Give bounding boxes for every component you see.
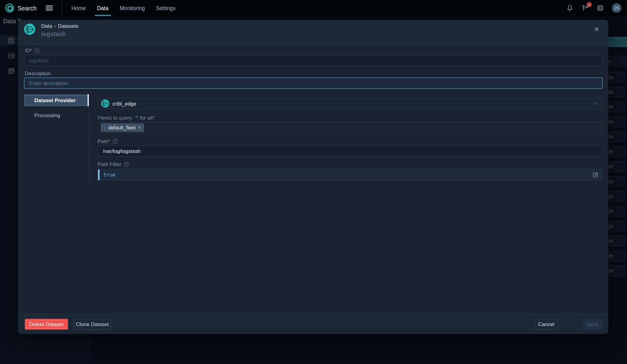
modal-title: logstash [41, 30, 66, 37]
modal-header: Data›Datasets logstash ✕ [18, 20, 608, 45]
nav-tab-monitoring[interactable]: Monitoring [114, 0, 150, 16]
fleets-label: Fleets to query. '*' for all* [98, 115, 155, 121]
description-input[interactable] [24, 77, 603, 89]
tab-processing[interactable]: Processing [24, 110, 89, 121]
path-label: Path*? [98, 138, 118, 144]
close-icon[interactable]: ✕ [594, 26, 599, 33]
nav-divider [62, 0, 62, 16]
nav-tab-home[interactable]: Home [66, 0, 92, 16]
provider-select-value: cribl_edge [112, 100, 136, 106]
fleet-tag: ⋮ default_fleet ✕ [101, 124, 144, 132]
clone-dataset-button[interactable]: Clone Dataset [73, 319, 111, 329]
modal-footer: Delete Dataset Clone Dataset Cancel Save [18, 314, 608, 334]
tab-dataset-provider[interactable]: Dataset Provider [24, 94, 89, 106]
hamburger-menu-icon[interactable] [45, 4, 53, 12]
help-icon[interactable]: ? [124, 162, 129, 167]
nav-tab-settings[interactable]: Settings [150, 0, 181, 16]
dataset-edit-modal: Data›Datasets logstash ✕ ID*? Descriptio… [18, 20, 608, 334]
description-label: Description [25, 70, 51, 76]
jobs-branch-icon[interactable]: 1 [581, 4, 589, 12]
notifications-bell-icon[interactable] [566, 4, 573, 12]
chevron-down-icon [592, 101, 598, 106]
nav-tab-data[interactable]: Data [92, 0, 114, 16]
breadcrumb-parent[interactable]: Data [41, 23, 52, 29]
path-filter-value: true [103, 172, 115, 178]
nav-right-cluster: 1 JS [566, 3, 627, 13]
path-filter-label: Path Filter? [98, 162, 129, 168]
id-input [24, 55, 602, 66]
breadcrumb-current[interactable]: Datasets [58, 23, 78, 29]
fleet-tag-label: default_fleet [108, 125, 136, 130]
expand-editor-icon[interactable] [592, 172, 599, 178]
path-filter-editor[interactable]: true [98, 169, 602, 180]
provider-select[interactable]: cribl_edge [98, 98, 602, 109]
brand-name: Search [17, 5, 36, 11]
save-button: Save [582, 319, 603, 329]
tab-content-divider [89, 94, 89, 183]
editor-gutter-bar [98, 169, 99, 180]
help-icon[interactable]: ? [34, 48, 39, 53]
path-input[interactable] [98, 145, 602, 157]
dataset-provider-icon [24, 24, 35, 35]
help-lifering-icon[interactable] [597, 4, 604, 12]
top-nav: Search Home Data Monitoring Settings 1 [0, 0, 627, 16]
remove-tag-icon[interactable]: ✕ [137, 125, 141, 130]
fleets-input[interactable]: ⋮ default_fleet ✕ [98, 122, 602, 133]
nav-tabs: Home Data Monitoring Settings [66, 0, 181, 16]
cribl-logo-icon [5, 4, 14, 13]
help-icon[interactable]: ? [113, 139, 118, 144]
delete-dataset-button[interactable]: Delete Dataset [25, 319, 68, 329]
user-avatar[interactable]: JS [612, 3, 621, 13]
app-root: Search Home Data Monitoring Settings 1 [0, 0, 627, 364]
breadcrumb: Data›Datasets [41, 23, 79, 29]
drag-handle-icon[interactable]: ⋮ [102, 125, 106, 130]
cribl-edge-icon [101, 99, 109, 107]
id-label: ID*? [25, 47, 39, 54]
notification-count-badge: 1 [587, 2, 592, 7]
cancel-button[interactable]: Cancel [534, 319, 558, 329]
